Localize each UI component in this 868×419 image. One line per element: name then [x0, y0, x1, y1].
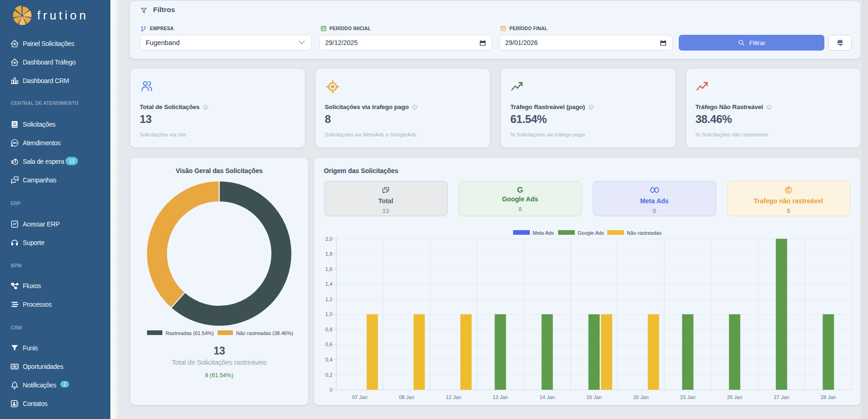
- svg-text:1,4: 1,4: [325, 281, 332, 287]
- svg-text:13 Jan: 13 Jan: [493, 394, 508, 400]
- svg-text:0,6: 0,6: [325, 342, 332, 347]
- svg-text:08 Jan: 08 Jan: [399, 394, 414, 400]
- svg-text:0,8: 0,8: [325, 327, 332, 332]
- svg-text:12 Jan: 12 Jan: [446, 394, 461, 400]
- svg-text:1,8: 1,8: [325, 251, 332, 257]
- svg-text:20 Jan: 20 Jan: [633, 394, 649, 400]
- svg-text:16 Jan: 16 Jan: [586, 394, 602, 400]
- svg-text:0: 0: [329, 387, 332, 393]
- svg-text:07 Jan: 07 Jan: [352, 394, 367, 400]
- svg-text:26 Jan: 26 Jan: [727, 394, 742, 400]
- svg-text:1,2: 1,2: [325, 297, 332, 302]
- svg-text:0,2: 0,2: [325, 372, 332, 378]
- svg-text:1,6: 1,6: [325, 266, 332, 272]
- svg-text:28 Jan: 28 Jan: [821, 394, 836, 400]
- svg-text:23 Jan: 23 Jan: [680, 394, 695, 400]
- svg-text:27 Jan: 27 Jan: [774, 394, 789, 400]
- svg-text:14 Jan: 14 Jan: [540, 394, 555, 400]
- svg-text:0,4: 0,4: [325, 357, 332, 362]
- svg-text:2,0: 2,0: [325, 236, 332, 242]
- svg-text:1,0: 1,0: [325, 311, 332, 317]
